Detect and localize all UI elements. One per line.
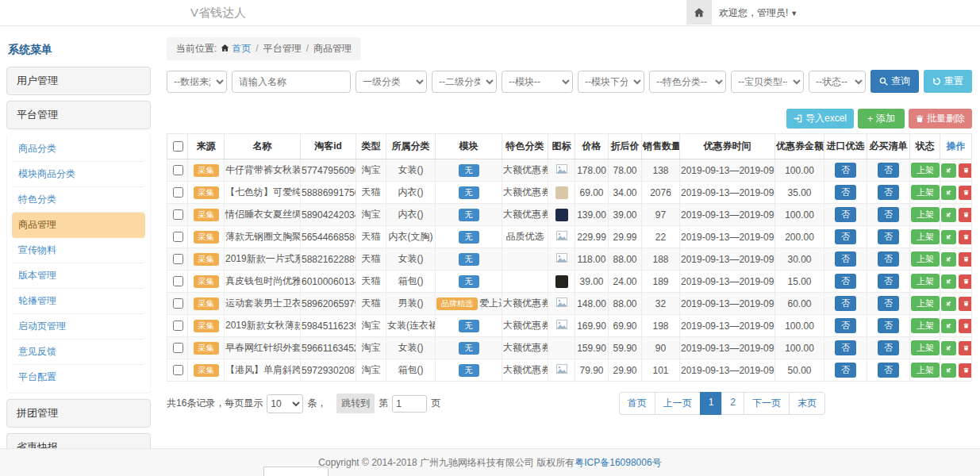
page-number-input[interactable] bbox=[392, 395, 427, 413]
delete-button[interactable] bbox=[959, 252, 972, 267]
delete-button[interactable] bbox=[959, 163, 972, 178]
select-all-checkbox[interactable] bbox=[173, 141, 183, 152]
data-source-select[interactable]: --数据来源-- bbox=[167, 71, 227, 93]
row-checkbox[interactable] bbox=[173, 276, 183, 286]
import-select-toggle[interactable]: 否 bbox=[835, 251, 856, 267]
sidebar-item[interactable]: 模块商品分类 bbox=[12, 162, 145, 187]
status-button[interactable]: 上架 bbox=[911, 340, 940, 355]
edit-button[interactable] bbox=[941, 230, 956, 244]
delete-button[interactable] bbox=[959, 274, 972, 289]
item-type-select[interactable]: --宝贝类型-- bbox=[731, 71, 804, 93]
must-buy-toggle[interactable]: 否 bbox=[878, 363, 899, 378]
sidebar-item[interactable]: 版本管理 bbox=[12, 263, 145, 289]
page-button[interactable]: 下一页 bbox=[744, 392, 790, 415]
must-buy-toggle[interactable]: 否 bbox=[878, 229, 899, 244]
edit-button[interactable] bbox=[941, 208, 956, 222]
row-checkbox[interactable] bbox=[173, 321, 183, 331]
sidebar-panel[interactable]: 省惠快报 bbox=[6, 433, 151, 449]
delete-button[interactable] bbox=[959, 208, 972, 222]
query-button[interactable]: 查询 bbox=[870, 70, 919, 93]
row-checkbox[interactable] bbox=[173, 254, 183, 264]
status-button[interactable]: 上架 bbox=[911, 163, 940, 178]
import-select-toggle[interactable]: 否 bbox=[835, 229, 856, 244]
edit-button[interactable] bbox=[941, 341, 956, 355]
row-checkbox[interactable] bbox=[173, 232, 183, 242]
status-button[interactable]: 上架 bbox=[911, 296, 940, 311]
sidebar-panel[interactable]: 拼团管理 bbox=[6, 399, 151, 428]
sidebar-item[interactable]: 启动页管理 bbox=[12, 314, 145, 340]
import-excel-button[interactable]: 导入excel bbox=[786, 109, 854, 129]
status-button[interactable]: 上架 bbox=[911, 318, 940, 333]
status-button[interactable]: 上架 bbox=[911, 229, 940, 244]
must-buy-toggle[interactable]: 否 bbox=[878, 274, 899, 289]
row-checkbox[interactable] bbox=[173, 187, 183, 198]
page-button[interactable]: 末页 bbox=[789, 392, 825, 415]
row-checkbox[interactable] bbox=[173, 165, 183, 175]
import-select-toggle[interactable]: 否 bbox=[835, 363, 856, 378]
jump-button[interactable]: 跳转到 bbox=[336, 393, 375, 413]
feature-category-select[interactable]: --特色分类-- bbox=[649, 71, 726, 93]
sidebar-item[interactable]: 轮播管理 bbox=[12, 289, 145, 314]
batch-delete-button[interactable]: 批量删除 bbox=[909, 109, 972, 129]
row-checkbox[interactable] bbox=[173, 343, 183, 353]
status-button[interactable]: 上架 bbox=[911, 251, 940, 267]
edit-button[interactable] bbox=[941, 252, 956, 267]
user-menu[interactable]: 欢迎您，管理员!▼ bbox=[719, 0, 797, 26]
row-checkbox[interactable] bbox=[173, 298, 183, 309]
edit-button[interactable] bbox=[941, 186, 956, 200]
row-checkbox[interactable] bbox=[173, 209, 183, 220]
must-buy-toggle[interactable]: 否 bbox=[878, 207, 899, 222]
delete-button[interactable] bbox=[959, 186, 972, 200]
sidebar-item[interactable]: 意见反馈 bbox=[12, 340, 145, 365]
delete-button[interactable] bbox=[959, 363, 972, 378]
sidebar-item[interactable]: 商品分类 bbox=[12, 136, 145, 162]
must-buy-toggle[interactable]: 否 bbox=[878, 340, 899, 355]
row-checkbox[interactable] bbox=[173, 365, 183, 375]
icp-link[interactable]: 粤ICP备16098006号 bbox=[575, 457, 661, 468]
must-buy-toggle[interactable]: 否 bbox=[878, 163, 899, 178]
breadcrumb-home-link[interactable]: 首页 bbox=[232, 43, 251, 54]
sidebar-item[interactable]: 平台配置 bbox=[12, 365, 145, 390]
delete-button[interactable] bbox=[959, 297, 972, 311]
level2-category-select[interactable]: --二级分类-- bbox=[432, 71, 497, 93]
module-subcategory-select[interactable]: --模块下分类-- bbox=[578, 71, 644, 93]
sidebar-panel[interactable]: 用户管理 bbox=[6, 67, 151, 95]
must-buy-toggle[interactable]: 否 bbox=[878, 185, 899, 200]
import-select-toggle[interactable]: 否 bbox=[835, 274, 856, 289]
import-select-toggle[interactable]: 否 bbox=[835, 207, 856, 222]
import-select-toggle[interactable]: 否 bbox=[835, 296, 856, 311]
sidebar-item[interactable]: 宣传物料 bbox=[12, 238, 145, 263]
edit-button[interactable] bbox=[941, 163, 956, 178]
page-button[interactable]: 首页 bbox=[619, 392, 655, 415]
import-select-toggle[interactable]: 否 bbox=[835, 185, 856, 200]
import-select-toggle[interactable]: 否 bbox=[835, 318, 856, 333]
status-button[interactable]: 上架 bbox=[911, 363, 940, 378]
status-button[interactable]: 上架 bbox=[911, 274, 940, 289]
delete-button[interactable] bbox=[959, 341, 972, 355]
status-button[interactable]: 上架 bbox=[911, 207, 940, 222]
reset-button[interactable]: 重置 bbox=[924, 70, 972, 93]
add-button[interactable]: + 添加 bbox=[858, 109, 905, 129]
edit-button[interactable] bbox=[941, 297, 956, 311]
status-select[interactable]: --状态-- bbox=[809, 71, 866, 93]
home-button[interactable] bbox=[686, 0, 712, 25]
must-buy-toggle[interactable]: 否 bbox=[878, 251, 899, 267]
level1-category-select[interactable]: 一级分类 bbox=[355, 71, 427, 93]
status-button[interactable]: 上架 bbox=[911, 185, 940, 200]
edit-button[interactable] bbox=[941, 274, 956, 289]
must-buy-toggle[interactable]: 否 bbox=[878, 318, 899, 333]
delete-button[interactable] bbox=[959, 319, 972, 333]
import-select-toggle[interactable]: 否 bbox=[835, 163, 856, 178]
sidebar-panel[interactable]: 平台管理 bbox=[6, 101, 151, 129]
sidebar-item[interactable]: 商品管理 bbox=[12, 213, 145, 238]
name-input[interactable] bbox=[232, 71, 351, 93]
edit-button[interactable] bbox=[941, 319, 956, 333]
page-button[interactable]: 1 bbox=[700, 392, 723, 415]
page-button[interactable]: 上一页 bbox=[655, 392, 701, 415]
import-select-toggle[interactable]: 否 bbox=[835, 340, 856, 355]
edit-button[interactable] bbox=[941, 363, 956, 378]
page-size-select[interactable]: 10 bbox=[267, 394, 303, 413]
sidebar-item[interactable]: 特色分类 bbox=[12, 187, 145, 213]
page-button[interactable]: 2 bbox=[721, 392, 744, 415]
module-select[interactable]: --模块-- bbox=[502, 71, 573, 93]
